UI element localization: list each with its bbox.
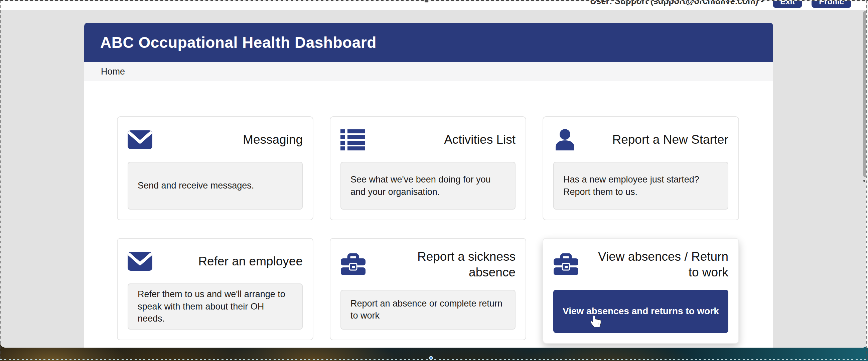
top-toolbar: User: Support (support@orchidlive.com) -…	[0, 1, 868, 10]
toolbox-icon	[340, 253, 366, 275]
card-report-new-starter[interactable]: Report a New Starter Has a new employee …	[542, 116, 739, 220]
card-head: Report a New Starter	[553, 127, 728, 152]
card-head: View absences / Return to work	[553, 249, 728, 280]
card-head: Report a sickness absence	[340, 249, 516, 280]
main-content: Messaging Send and receive messages.	[84, 81, 773, 348]
breadcrumb: Home	[84, 62, 773, 81]
exit-button[interactable]: Exit	[773, 1, 802, 8]
envelope-icon	[128, 251, 152, 271]
card-description: See what we've been doing for you and yo…	[340, 162, 516, 210]
app-header: ABC Occupational Health Dashboard	[84, 23, 773, 62]
window-right-edge	[866, 1, 868, 348]
breadcrumb-home-link[interactable]: Home	[101, 66, 125, 77]
profile-button[interactable]: Profile	[811, 1, 851, 8]
app-container: ABC Occupational Health Dashboard Home	[84, 23, 773, 348]
card-description: Refer them to us and we'll arrange to sp…	[128, 283, 303, 330]
card-title: View absences / Return to work	[588, 249, 728, 280]
card-report-sickness-absence[interactable]: Report a sickness absence Report an abse…	[330, 238, 526, 340]
card-description: Has a new employee just started? Report …	[553, 162, 728, 210]
selection-handle-right[interactable]	[863, 179, 866, 182]
person-icon	[553, 129, 577, 150]
envelope-icon	[128, 130, 152, 150]
card-view-absences[interactable]: View absences / Return to work View abse…	[542, 238, 739, 343]
card-title: Activities List	[375, 132, 516, 147]
toolbox-icon	[553, 253, 579, 275]
card-description: Send and receive messages.	[128, 162, 303, 210]
card-activities-list[interactable]: Activities List See what we've been doin…	[330, 116, 526, 220]
card-title: Messaging	[162, 132, 303, 147]
card-title: Report a sickness absence	[375, 249, 516, 280]
selection-handle-bottom[interactable]	[429, 356, 433, 360]
card-grid: Messaging Send and receive messages.	[117, 116, 740, 340]
card-title: Refer an employee	[162, 253, 303, 269]
logged-in-user-label: User: Support (support@orchidlive.com) -	[590, 1, 764, 6]
card-refer-employee[interactable]: Refer an employee Refer them to us and w…	[117, 238, 313, 340]
card-head: Activities List	[340, 127, 516, 152]
list-icon	[340, 129, 365, 150]
browser-window: User: Support (support@orchidlive.com) -…	[0, 1, 868, 348]
card-description: Report an absence or complete return to …	[340, 290, 516, 330]
page-title: ABC Occupational Health Dashboard	[100, 33, 376, 52]
card-head: Refer an employee	[128, 249, 303, 274]
card-head: Messaging	[128, 127, 303, 152]
selection-border-bottom	[0, 359, 868, 360]
card-title: Report a New Starter	[588, 132, 728, 147]
card-messaging[interactable]: Messaging Send and receive messages.	[117, 116, 313, 220]
view-absences-button[interactable]: View absences and returns to work	[553, 290, 728, 333]
